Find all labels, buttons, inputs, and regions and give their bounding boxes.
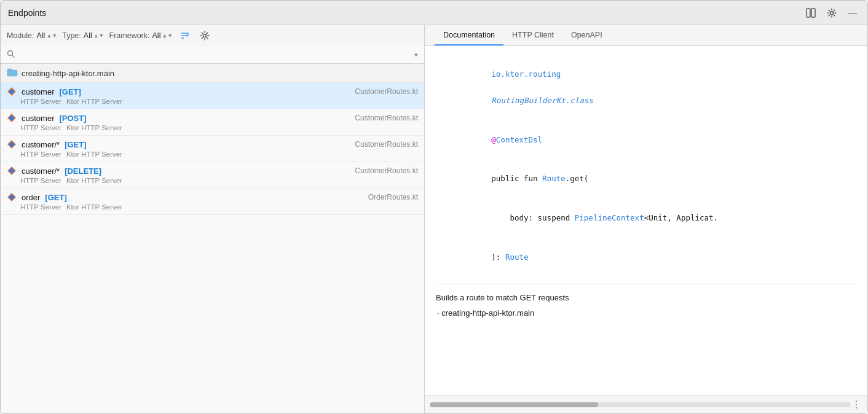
endpoint-name: customer (22, 114, 54, 123)
framework-filter: Framework: All ▲▼ (109, 31, 173, 40)
endpoint-file: CustomerRoutes.kt (355, 166, 418, 175)
svg-rect-0 (807, 9, 810, 17)
endpoint-name: customer (22, 87, 54, 96)
horizontal-scrollbar-thumb[interactable] (430, 402, 598, 407)
endpoint-list: creating-http-api-ktor.main customer [GE… (1, 64, 424, 413)
type-select[interactable]: All ▲▼ (84, 31, 105, 40)
framework-label: Framework: (109, 31, 150, 40)
code-body-text: body: suspend (491, 213, 574, 222)
endpoint-items-container: customer [GET] CustomerRoutes.kt HTTP Se… (1, 83, 424, 215)
module-value: All (36, 31, 45, 40)
tab-http-client[interactable]: HTTP Client (503, 26, 562, 45)
tab-documentation[interactable]: Documentation (435, 26, 503, 45)
settings-button[interactable] (824, 6, 839, 20)
main-window: Endpoints — Module: (0, 0, 868, 414)
endpoint-item[interactable]: customer/* [DELETE] CustomerRoutes.kt HT… (1, 162, 424, 189)
code-package-name: io.ktor.routing (491, 69, 561, 79)
code-package-line: io.ktor.routing RoutingBuilderKt.class (436, 55, 856, 120)
endpoint-method: [DELETE] (65, 166, 101, 176)
endpoint-item-bottom: HTTP ServerKtor HTTP Server (7, 98, 418, 105)
module-filter: Module: All ▲▼ (7, 31, 57, 40)
endpoint-item-bottom: HTTP ServerKtor HTTP Server (7, 150, 418, 158)
endpoint-file: CustomerRoutes.kt (355, 140, 418, 149)
header-row: Module: All ▲▼ Type: All ▲▼ Framework: A… (1, 25, 867, 46)
minimize-button[interactable]: — (845, 6, 860, 20)
code-pipeline: PipelineContext (575, 213, 644, 222)
tab-openapi[interactable]: OpenAPI (562, 26, 611, 45)
type-label: Type: (62, 31, 81, 40)
endpoint-item[interactable]: customer [POST] CustomerRoutes.kt HTTP S… (1, 109, 424, 136)
endpoint-tags: HTTP ServerKtor HTTP Server (20, 177, 122, 184)
title-bar-right: — (803, 6, 860, 20)
right-tabs-row: Documentation HTTP Client OpenAPI (425, 25, 867, 46)
endpoint-method: [GET] (65, 140, 86, 149)
endpoint-file: CustomerRoutes.kt (355, 87, 418, 96)
endpoint-item-top: order [GET] OrderRoutes.kt (7, 192, 418, 202)
endpoint-icon (7, 139, 17, 149)
window-title: Endpoints (8, 8, 46, 18)
svg-point-6 (203, 34, 207, 37)
type-value: All (84, 31, 92, 40)
code-return-line: ): Route (436, 238, 856, 277)
svg-point-2 (831, 11, 834, 14)
layout-toggle-button[interactable] (803, 6, 818, 20)
code-public: public fun (491, 174, 542, 183)
filter-settings-button[interactable] (197, 28, 212, 43)
endpoint-tag: Ktor HTTP Server (66, 203, 122, 211)
endpoint-name-group: customer/* [DELETE] (7, 166, 101, 176)
doc-module-text: · creating-http-api-ktor.main (437, 308, 534, 318)
code-fun-line: public fun Route.get( (436, 159, 856, 198)
code-annotation-line: @ContextDsl (436, 120, 856, 159)
endpoint-tag: Ktor HTTP Server (66, 177, 122, 184)
group-header: creating-http-api-ktor.main (1, 64, 424, 83)
endpoint-tag: Ktor HTTP Server (66, 150, 122, 158)
endpoint-item[interactable]: customer [GET] CustomerRoutes.kt HTTP Se… (1, 83, 424, 109)
search-bar: ▾ (1, 46, 424, 64)
endpoint-tag: HTTP Server (20, 98, 61, 105)
endpoint-tag: HTTP Server (20, 150, 61, 158)
endpoint-tags: HTTP ServerKtor HTTP Server (20, 98, 122, 105)
endpoint-item-top: customer [POST] CustomerRoutes.kt (7, 113, 418, 123)
endpoint-file: CustomerRoutes.kt (355, 114, 418, 122)
endpoint-item-bottom: HTTP ServerKtor HTTP Server (7, 124, 418, 131)
more-options-button[interactable]: ⋮ (850, 399, 862, 411)
endpoint-icon (7, 113, 17, 123)
endpoint-tag: Ktor HTTP Server (66, 98, 122, 105)
code-block: io.ktor.routing RoutingBuilderKt.class @… (436, 55, 856, 276)
endpoint-name-group: customer [POST] (7, 113, 87, 123)
code-space (491, 83, 496, 92)
endpoint-name-group: order [GET] (7, 192, 67, 202)
endpoint-tag: HTTP Server (20, 203, 61, 211)
endpoint-name-group: customer/* [GET] (7, 139, 87, 149)
horizontal-scrollbar-track[interactable] (430, 402, 850, 407)
code-class-name: RoutingBuilderKt.class (491, 96, 593, 105)
search-input[interactable] (18, 50, 411, 60)
endpoint-icon (7, 192, 17, 202)
right-panel: io.ktor.routing RoutingBuilderKt.class @… (425, 46, 867, 413)
main-content: ▾ creating-http-api-ktor.main (1, 46, 867, 413)
code-body-line: body: suspend PipelineContext<Unit, Appl… (436, 198, 856, 238)
framework-value: All (152, 31, 161, 40)
sort-button[interactable] (178, 28, 192, 43)
endpoint-name-group: customer [GET] (7, 87, 81, 96)
doc-description: Builds a route to match GET requests (436, 292, 856, 305)
endpoint-method: [GET] (45, 193, 66, 202)
code-generic: <Unit, Applicat. (644, 213, 718, 222)
endpoint-tags: HTTP ServerKtor HTTP Server (20, 124, 122, 131)
module-select[interactable]: All ▲▼ (36, 31, 57, 40)
endpoint-item-top: customer/* [DELETE] CustomerRoutes.kt (7, 166, 418, 176)
code-paren-close: ): (491, 252, 505, 262)
module-chevron-icon: ▲▼ (46, 33, 57, 39)
framework-select[interactable]: All ▲▼ (152, 31, 173, 40)
endpoint-tag: Ktor HTTP Server (66, 124, 122, 131)
endpoint-item[interactable]: customer/* [GET] CustomerRoutes.kt HTTP … (1, 136, 424, 162)
code-return-type: Route (505, 252, 529, 262)
endpoint-item-top: customer [GET] CustomerRoutes.kt (7, 87, 418, 96)
documentation-content: io.ktor.routing RoutingBuilderKt.class @… (425, 46, 867, 395)
endpoint-item[interactable]: order [GET] OrderRoutes.kt HTTP ServerKt… (1, 189, 424, 215)
code-annotation-at: @ (491, 135, 496, 144)
search-icon (7, 50, 15, 60)
endpoint-name: customer/* (22, 140, 60, 149)
endpoint-item-bottom: HTTP ServerKtor HTTP Server (7, 203, 418, 211)
search-options-icon[interactable]: ▾ (414, 51, 418, 59)
